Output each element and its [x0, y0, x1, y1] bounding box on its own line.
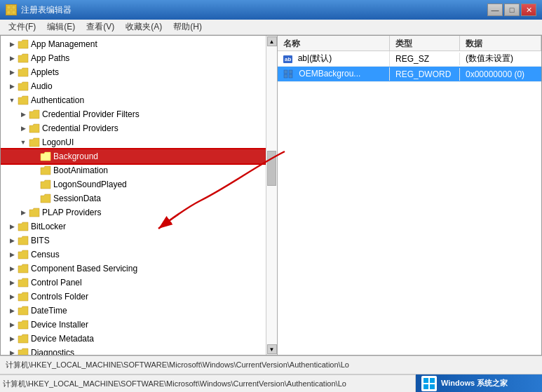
- close-button[interactable]: ✕: [521, 4, 536, 16]
- reg-name-default: ab ab|(默认): [278, 51, 390, 66]
- tree-item-census[interactable]: Census: [1, 248, 277, 262]
- tree-item-bitlocker[interactable]: BitLocker: [1, 219, 277, 234]
- tree-arrow-cbs: [6, 263, 18, 274]
- reg-data-default: (数值未设置): [460, 51, 541, 66]
- tree-scrollbar[interactable]: ▲ ▼: [266, 36, 277, 355]
- registry-row-default[interactable]: ab ab|(默认) REG_SZ (数值未设置): [278, 51, 541, 67]
- tree-item-plap-providers[interactable]: PLAP Providers: [1, 205, 277, 219]
- folder-icon-bootanimation: [40, 165, 51, 175]
- tree-label-audio: Audio: [31, 81, 53, 91]
- scrollbar-down-arrow[interactable]: ▼: [267, 344, 277, 354]
- folder-icon-plap: [29, 208, 40, 217]
- registry-row-oem-background[interactable]: OEMBackgrou... REG_DWORD 0x00000000 (0): [278, 67, 541, 82]
- svg-rect-0: [7, 6, 11, 9]
- tree-item-datetime[interactable]: DateTime: [1, 304, 277, 318]
- minimize-button[interactable]: —: [487, 4, 503, 16]
- tree-item-bootanimation[interactable]: BootAnimation: [1, 163, 277, 177]
- windows-logo: [423, 377, 435, 390]
- scrollbar-up-arrow[interactable]: ▲: [267, 36, 277, 46]
- values-header: 名称 类型 数据: [278, 36, 541, 51]
- tree-arrow-control-panel: [6, 277, 18, 288]
- tree-arrow-app-management: [6, 39, 18, 50]
- tree-arrow-background: [29, 151, 40, 162]
- tree-label-plap: PLAP Providers: [42, 208, 102, 217]
- tree-item-logonsoundplayed[interactable]: LogonSoundPlayed: [1, 177, 277, 191]
- tree-item-sessiondata[interactable]: SessionData: [1, 191, 277, 205]
- folder-icon-census: [18, 250, 29, 259]
- tree-item-device-installer[interactable]: Device Installer: [1, 318, 277, 332]
- svg-rect-6: [284, 74, 287, 78]
- app-icon: [6, 4, 17, 15]
- folder-icon-logonsoundplayed: [40, 180, 51, 189]
- menu-file[interactable]: 文件(F): [3, 20, 41, 34]
- tree-item-logonui[interactable]: LogonUI: [1, 135, 277, 149]
- tree-item-authentication[interactable]: Authentication: [1, 93, 277, 107]
- tree-item-control-panel[interactable]: Control Panel: [1, 276, 277, 290]
- tree-label-background: Background: [53, 151, 98, 161]
- menu-help[interactable]: 帮助(H): [168, 20, 208, 34]
- tree-item-background[interactable]: Background: [1, 149, 277, 163]
- tree-label-census: Census: [31, 250, 60, 259]
- tree-arrow-census: [6, 249, 18, 260]
- folder-icon-background: [40, 151, 51, 161]
- tree-label-controls-folder: Controls Folder: [31, 292, 88, 302]
- info-bar: 计算机\HKEY_LOCAL_MACHINE\SOFTWARE\Microsof…: [0, 374, 542, 392]
- tree-label-bitlocker: BitLocker: [31, 222, 66, 231]
- svg-rect-4: [284, 70, 287, 74]
- tree-arrow-plap: [18, 207, 29, 218]
- tree-label-datetime: DateTime: [31, 306, 67, 316]
- tree-item-device-metadata[interactable]: Device Metadata: [1, 332, 277, 346]
- tree-item-diagnostics[interactable]: Diagnostics: [1, 346, 277, 355]
- tree-arrow-cp: [18, 123, 29, 134]
- svg-rect-12: [430, 384, 435, 389]
- folder-icon-audio: [18, 81, 29, 91]
- folder-icon-bits: [18, 236, 29, 245]
- tree-item-applets[interactable]: Applets: [1, 65, 277, 79]
- reg-type-default: REG_SZ: [390, 53, 460, 65]
- menu-bar: 文件(F) 编辑(E) 查看(V) 收藏夹(A) 帮助(H): [0, 20, 542, 35]
- registry-tree: App Management App Paths Applets: [1, 36, 278, 355]
- tree-arrow-bootanimation: [29, 165, 40, 176]
- tree-item-credential-provider-filters[interactable]: Credential Provider Filters: [1, 107, 277, 121]
- reg-data-oem: 0x00000000 (0): [460, 68, 541, 81]
- maximize-button[interactable]: □: [504, 4, 520, 16]
- registry-values-panel: 名称 类型 数据 ab ab|(默认) REG_SZ (数值未设置): [278, 36, 541, 355]
- tree-arrow-logonsoundplayed: [29, 179, 40, 190]
- folder-icon-cpf: [29, 109, 40, 119]
- folder-icon-sessiondata: [40, 194, 51, 203]
- tree-item-credential-providers[interactable]: Credential Providers: [1, 121, 277, 135]
- tree-arrow-bits: [6, 235, 18, 246]
- tree-label-diagnostics: Diagnostics: [31, 348, 74, 355]
- tree-arrow-controls-folder: [6, 291, 18, 302]
- tree-arrow-applets: [6, 67, 18, 78]
- menu-edit[interactable]: 编辑(E): [41, 20, 81, 34]
- status-path: 计算机\HKEY_LOCAL_MACHINE\SOFTWARE\Microsof…: [6, 360, 349, 370]
- folder-icon-controls-folder: [18, 292, 29, 302]
- folder-icon-control-panel: [18, 278, 29, 288]
- tree-item-app-management[interactable]: App Management: [1, 37, 277, 51]
- folder-icon-cbs: [18, 264, 29, 273]
- svg-rect-2: [7, 11, 11, 14]
- col-header-name: 名称: [278, 36, 390, 50]
- tree-item-audio[interactable]: Audio: [1, 79, 277, 93]
- col-header-type: 类型: [390, 36, 460, 50]
- dword-icon: [283, 69, 294, 79]
- tree-arrow-logonui: [18, 137, 29, 148]
- tree-item-bits[interactable]: BITS: [1, 234, 277, 248]
- tree-arrow-datetime: [6, 305, 18, 316]
- menu-favorites[interactable]: 收藏夹(A): [120, 20, 168, 34]
- scrollbar-thumb[interactable]: [267, 151, 276, 186]
- tree-label-logonui: LogonUI: [42, 137, 74, 147]
- svg-rect-10: [430, 378, 435, 383]
- tree-item-cbs[interactable]: Component Based Servicing: [1, 262, 277, 276]
- folder-icon-cp: [29, 123, 40, 133]
- tree-scroll-area[interactable]: App Management App Paths Applets: [1, 36, 277, 355]
- folder-icon-diagnostics: [18, 348, 29, 355]
- menu-view[interactable]: 查看(V): [81, 20, 120, 34]
- folder-icon-datetime: [18, 306, 29, 316]
- tree-item-controls-folder[interactable]: Controls Folder: [1, 290, 277, 304]
- tree-label-sessiondata: SessionData: [53, 194, 101, 203]
- folder-icon-logonui: [29, 137, 40, 147]
- tree-item-app-paths[interactable]: App Paths: [1, 51, 277, 65]
- tree-arrow-cpf: [18, 109, 29, 120]
